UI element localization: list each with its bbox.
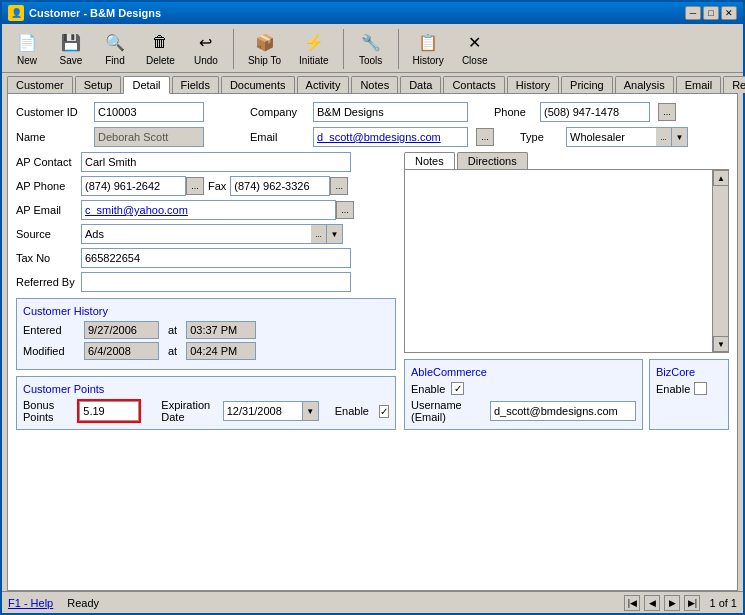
inner-tab-notes[interactable]: Notes [404,152,455,169]
expiration-date-dropdown[interactable]: ▼ [303,401,319,421]
ap-phone-label: AP Phone [16,180,81,192]
phone-input[interactable] [540,102,650,122]
type-ellipsis-button[interactable]: ... [656,127,672,147]
window-title: Customer - B&M Designs [29,7,161,19]
tab-fields[interactable]: Fields [172,76,219,93]
history-label: History [413,55,444,66]
find-button[interactable]: 🔍 Find [95,27,135,69]
new-button[interactable]: 📄 New [7,27,47,69]
fax-ellipsis-button[interactable]: ... [330,177,348,195]
source-input[interactable] [81,224,311,244]
nav-last-button[interactable]: ▶| [684,595,700,611]
tab-documents[interactable]: Documents [221,76,295,93]
enable-checkbox[interactable] [379,405,389,418]
tab-data[interactable]: Data [400,76,441,93]
tab-analysis[interactable]: Analysis [615,76,674,93]
entered-row: Entered at [23,321,389,339]
tab-history[interactable]: History [507,76,559,93]
ap-contact-input[interactable] [81,152,351,172]
nav-first-button[interactable]: |◀ [624,595,640,611]
save-label: Save [60,55,83,66]
ap-contact-label: AP Contact [16,156,81,168]
ap-phone-ellipsis-button[interactable]: ... [186,177,204,195]
ablecommerce-enable-checkbox[interactable] [451,382,464,395]
tab-setup[interactable]: Setup [75,76,122,93]
toolbar-separator-2 [343,29,344,69]
right-panel: Notes Directions ▲ ▼ [404,152,729,430]
customer-id-label: Customer ID [16,106,86,118]
name-label: Name [16,131,86,143]
notes-textarea[interactable] [408,173,725,349]
bottom-boxes: AbleCommerce Enable Username (Email) Biz… [404,353,729,430]
email-label: Email [250,131,305,143]
ablecommerce-title: AbleCommerce [411,366,636,378]
tab-contacts[interactable]: Contacts [443,76,504,93]
save-button[interactable]: 💾 Save [51,27,91,69]
email-input[interactable] [313,127,468,147]
maximize-button[interactable]: □ [703,6,719,20]
ap-phone-row: AP Phone ... Fax ... [16,176,396,196]
referred-by-input[interactable] [81,272,351,292]
ship-to-button[interactable]: 📦 Ship To [241,27,288,69]
customer-points-title: Customer Points [23,383,389,395]
expiration-date-input[interactable] [223,401,303,421]
type-input[interactable] [566,127,656,147]
tab-rewards[interactable]: Rewards [723,76,745,93]
bonus-points-label: Bonus Points [23,399,67,423]
email-ellipsis-button[interactable]: ... [476,128,494,146]
tax-no-row: Tax No [16,248,396,268]
inner-tabs: Notes Directions [404,152,729,169]
title-bar: 👤 Customer - B&M Designs ─ □ ✕ [2,2,743,24]
fax-input[interactable] [230,176,330,196]
delete-button[interactable]: 🗑 Delete [139,27,182,69]
modified-label: Modified [23,345,78,357]
tab-customer[interactable]: Customer [7,76,73,93]
bonus-points-input[interactable] [79,401,139,421]
ap-email-ellipsis-button[interactable]: ... [336,201,354,219]
bizcore-enable-row: Enable [656,382,722,395]
ablecommerce-enable-row: Enable [411,382,636,395]
ap-email-input[interactable] [81,200,336,220]
tab-notes[interactable]: Notes [351,76,398,93]
tab-pricing[interactable]: Pricing [561,76,613,93]
entered-date-input [84,321,159,339]
name-row: Name Email ... Type ... ▼ [16,127,729,147]
undo-button[interactable]: ↩ Undo [186,27,226,69]
nav-prev-button[interactable]: ◀ [644,595,660,611]
tab-detail[interactable]: Detail [123,76,169,94]
history-icon: 📋 [416,30,440,54]
tab-activity[interactable]: Activity [297,76,350,93]
customer-id-input[interactable] [94,102,204,122]
company-input[interactable] [313,102,468,122]
ablecommerce-username-input[interactable] [490,401,636,421]
source-dropdown-button[interactable]: ▼ [327,224,343,244]
ap-phone-input[interactable] [81,176,186,196]
ablecommerce-box: AbleCommerce Enable Username (Email) [404,359,643,430]
type-dropdown-button[interactable]: ▼ [672,127,688,147]
tax-no-input[interactable] [81,248,351,268]
source-ellipsis-button[interactable]: ... [311,224,327,244]
initiate-button[interactable]: ⚡ Initiate [292,27,335,69]
toolbar: 📄 New 💾 Save 🔍 Find 🗑 Delete ↩ Undo 📦 Sh… [2,24,743,73]
close-button[interactable]: ✕ [721,6,737,20]
notes-scrollbar: ▲ ▼ [712,170,728,352]
nav-next-button[interactable]: ▶ [664,595,680,611]
tools-label: Tools [359,55,382,66]
source-row: Source ... ▼ [16,224,396,244]
tools-button[interactable]: 🔧 Tools [351,27,391,69]
toolbar-separator-1 [233,29,234,69]
tabs-bar: Customer Setup Detail Fields Documents A… [2,73,743,93]
close-toolbar-button[interactable]: ✕ Close [455,27,495,69]
scrollbar-up-button[interactable]: ▲ [713,170,729,186]
inner-tab-directions[interactable]: Directions [457,152,528,169]
close-toolbar-label: Close [462,55,488,66]
notes-area[interactable]: ▲ ▼ [404,169,729,353]
bizcore-enable-checkbox[interactable] [694,382,707,395]
minimize-button[interactable]: ─ [685,6,701,20]
phone-ellipsis-button[interactable]: ... [658,103,676,121]
referred-by-row: Referred By [16,272,396,292]
ship-to-label: Ship To [248,55,281,66]
tab-email[interactable]: Email [676,76,722,93]
history-button[interactable]: 📋 History [406,27,451,69]
scrollbar-down-button[interactable]: ▼ [713,336,729,352]
